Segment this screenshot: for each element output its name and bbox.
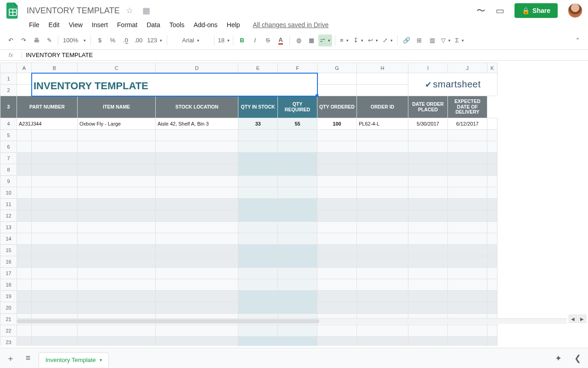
cell[interactable] [357, 256, 408, 268]
cell[interactable] [278, 176, 317, 187]
row-header-15[interactable]: 15 [0, 245, 17, 256]
cell[interactable] [448, 279, 487, 291]
row-header-7[interactable]: 7 [0, 153, 17, 164]
all-sheets-button[interactable]: ≡ [21, 353, 35, 363]
row-header-11[interactable]: 11 [0, 199, 17, 210]
cell[interactable] [238, 164, 278, 176]
cell[interactable] [278, 268, 317, 279]
row-header-1[interactable]: 1 [0, 73, 17, 85]
activity-icon[interactable]: 〜 [476, 5, 486, 17]
cell[interactable] [487, 130, 498, 141]
cell[interactable] [487, 256, 498, 268]
cell[interactable] [317, 176, 357, 187]
cell[interactable] [408, 291, 448, 302]
font-size-select[interactable]: 18 [217, 34, 230, 46]
row-header-18[interactable]: 18 [0, 279, 17, 291]
cell[interactable] [32, 233, 78, 245]
cell[interactable] [78, 164, 156, 176]
cell[interactable] [238, 337, 278, 346]
undo-button[interactable]: ↶ [5, 34, 17, 46]
cell-item[interactable]: Oxbow Fly - Large [78, 118, 156, 130]
italic-button[interactable]: I [249, 34, 261, 46]
bold-button[interactable]: B [236, 34, 248, 46]
cell[interactable] [357, 302, 408, 314]
row-header-22[interactable]: 22 [0, 325, 17, 337]
cell[interactable] [156, 291, 238, 302]
cell[interactable] [357, 164, 408, 176]
menu-help[interactable]: Help [223, 19, 244, 30]
cell[interactable] [78, 245, 156, 256]
cell[interactable] [408, 210, 448, 222]
cell[interactable] [78, 210, 156, 222]
cell[interactable] [487, 325, 498, 337]
menu-tools[interactable]: Tools [165, 19, 189, 30]
text-wrap-button[interactable]: ↩ [366, 34, 380, 46]
cell[interactable] [156, 210, 238, 222]
cell[interactable] [78, 153, 156, 164]
text-color-button[interactable]: A [275, 34, 287, 46]
cell[interactable] [317, 130, 357, 141]
cell[interactable] [32, 187, 78, 199]
merge-cells-button[interactable]: ⥂ [318, 34, 332, 46]
comments-icon[interactable]: ▭ [496, 5, 504, 16]
h-align-button[interactable]: ≡ [338, 34, 351, 46]
cell[interactable] [317, 222, 357, 233]
cell[interactable] [317, 268, 357, 279]
cell[interactable] [448, 291, 487, 302]
cell[interactable] [408, 199, 448, 210]
percent-button[interactable]: % [107, 34, 119, 46]
cell[interactable] [317, 187, 357, 199]
cell[interactable] [278, 291, 317, 302]
select-all-cell[interactable] [0, 63, 17, 73]
row-header-8[interactable]: 8 [0, 164, 17, 176]
cell[interactable] [448, 233, 487, 245]
cell[interactable] [78, 256, 156, 268]
cell[interactable] [156, 187, 238, 199]
cell[interactable] [32, 325, 78, 337]
col-header-A[interactable]: A [17, 63, 32, 73]
cell[interactable] [78, 222, 156, 233]
row-header-5[interactable]: 5 [0, 130, 17, 141]
menu-insert[interactable]: Insert [88, 19, 112, 30]
cell[interactable] [408, 279, 448, 291]
cell[interactable] [78, 279, 156, 291]
move-folder-icon[interactable]: ▦ [139, 4, 154, 17]
fill-color-button[interactable]: ◍ [293, 34, 305, 46]
cell[interactable] [448, 187, 487, 199]
cell[interactable] [487, 279, 498, 291]
decrease-decimals-button[interactable]: .0̲ [119, 34, 131, 46]
insert-comment-button[interactable]: ⊞ [413, 34, 425, 46]
cell[interactable] [78, 325, 156, 337]
cell[interactable] [408, 233, 448, 245]
text-rotation-button[interactable]: ⤢ [381, 34, 395, 46]
cell[interactable] [156, 302, 238, 314]
menu-view[interactable]: View [65, 19, 87, 30]
cell-loc[interactable]: Aisle 42, Shelf A, Bin 3 [156, 118, 238, 130]
side-panel-toggle[interactable]: ❮ [571, 353, 584, 363]
cell[interactable] [408, 256, 448, 268]
cell[interactable] [357, 130, 408, 141]
cell[interactable] [156, 130, 238, 141]
insert-link-button[interactable]: 🔗 [401, 34, 413, 46]
cell[interactable] [156, 222, 238, 233]
title-cell[interactable]: INVENTORY TEMPLATE [32, 73, 317, 96]
cell[interactable] [238, 141, 278, 153]
cell[interactable] [238, 187, 278, 199]
cell[interactable] [156, 279, 238, 291]
cell[interactable] [278, 153, 317, 164]
scroll-left-button[interactable]: ◀ [569, 315, 577, 323]
col-header-C[interactable]: C [78, 63, 156, 73]
menu-data[interactable]: Data [142, 19, 164, 30]
row-header-16[interactable]: 16 [0, 256, 17, 268]
cell[interactable] [278, 337, 317, 346]
cell[interactable] [357, 141, 408, 153]
col-header-I[interactable]: I [408, 63, 448, 73]
more-formats-button[interactable]: 123 [145, 34, 164, 46]
cell[interactable] [317, 291, 357, 302]
menu-add-ons[interactable]: Add-ons [189, 19, 221, 30]
cell[interactable] [317, 256, 357, 268]
filter-button[interactable]: ▽ [439, 34, 452, 46]
cell-placed[interactable]: 5/30/2017 [408, 118, 448, 130]
cell[interactable] [408, 245, 448, 256]
cell-ord[interactable]: 100 [317, 118, 357, 130]
